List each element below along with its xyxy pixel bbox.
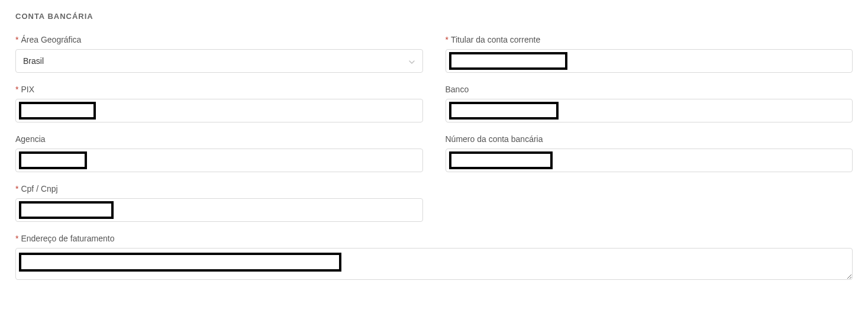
required-asterisk: * (15, 35, 18, 44)
required-asterisk: * (15, 85, 18, 94)
label-pix: *PIX (15, 85, 423, 94)
label-text: Número da conta bancária (446, 134, 543, 144)
input-pix[interactable] (15, 99, 423, 122)
field-agencia: Agencia (15, 134, 423, 172)
field-titular: *Titular da conta corrente (446, 35, 853, 73)
textarea-endereco-faturamento[interactable] (15, 248, 853, 280)
select-area-geografica[interactable]: Brasil (15, 49, 423, 73)
field-pix: *PIX (15, 85, 423, 122)
required-asterisk: * (15, 234, 18, 243)
label-text: PIX (21, 85, 34, 94)
field-banco: Banco (446, 85, 853, 122)
label-text: Cpf / Cnpj (21, 184, 57, 193)
input-numero-conta[interactable] (446, 149, 853, 172)
label-endereco-faturamento: *Endereço de faturamento (15, 234, 853, 243)
input-agencia[interactable] (15, 149, 423, 172)
field-endereco-faturamento: *Endereço de faturamento (15, 234, 853, 282)
field-numero-conta: Número da conta bancária (446, 134, 853, 172)
label-cpf-cnpj: *Cpf / Cnpj (15, 184, 423, 193)
label-titular: *Titular da conta corrente (446, 35, 853, 44)
label-text: Agencia (15, 134, 46, 144)
required-asterisk: * (15, 184, 18, 193)
input-titular[interactable] (446, 49, 853, 73)
label-text: Banco (446, 85, 469, 94)
input-banco[interactable] (446, 99, 853, 122)
input-cpf-cnpj[interactable] (15, 198, 423, 222)
label-text: Endereço de faturamento (21, 234, 114, 243)
required-asterisk: * (446, 35, 448, 44)
section-title: CONTA BANCÁRIA (15, 12, 853, 21)
label-banco: Banco (446, 85, 853, 94)
label-agencia: Agencia (15, 134, 423, 144)
label-text: Titular da conta corrente (451, 35, 540, 44)
field-area-geografica: *Área Geográfica Brasil (15, 35, 423, 73)
select-wrapper-area-geografica: Brasil (15, 49, 423, 73)
label-area-geografica: *Área Geográfica (15, 35, 423, 44)
label-numero-conta: Número da conta bancária (446, 134, 853, 144)
bank-account-form: *Área Geográfica Brasil *Titular da cont… (15, 35, 853, 282)
label-text: Área Geográfica (21, 35, 81, 44)
field-cpf-cnpj: *Cpf / Cnpj (15, 184, 423, 222)
